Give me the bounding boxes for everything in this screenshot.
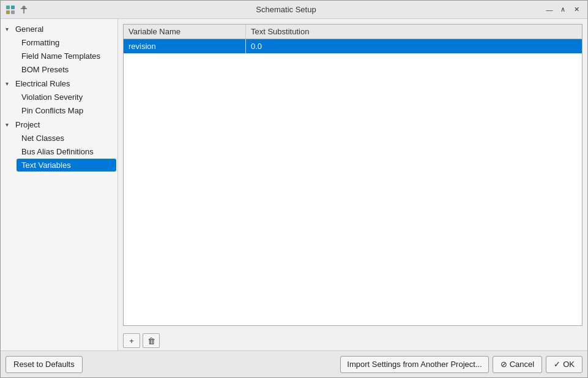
title-bar: Schematic Setup — ∧ ✕ (1, 1, 587, 19)
sidebar-item-net-classes[interactable]: Net Classes (17, 132, 116, 145)
main-panel: Variable Name Text Substitution revision… (118, 19, 587, 350)
add-icon: + (129, 336, 134, 346)
sidebar-item-violation-severity[interactable]: Violation Severity (17, 91, 116, 104)
ok-icon: ✓ (554, 360, 560, 369)
ok-button[interactable]: ✓ OK (546, 356, 582, 373)
delete-row-button[interactable]: 🗑 (143, 333, 160, 348)
sidebar-group-label-project: Project (15, 120, 40, 129)
sidebar-item-project[interactable]: ▾ Project (1, 118, 117, 131)
window-title: Schematic Setup (29, 5, 543, 14)
maximize-button[interactable]: ∧ (557, 4, 569, 16)
table-area: Variable Name Text Substitution revision… (118, 19, 587, 331)
tree-group-project: ▾ Project Net Classes Bus Alias Definiti… (1, 118, 117, 172)
general-children: Formatting Field Name Templates BOM Pres… (1, 36, 117, 76)
sidebar-item-field-name-templates[interactable]: Field Name Templates (17, 50, 116, 62)
cancel-label: Cancel (510, 360, 534, 369)
svg-rect-3 (11, 10, 15, 14)
add-row-button[interactable]: + (123, 333, 140, 348)
cell-variable-name: revision (124, 39, 246, 53)
import-settings-button[interactable]: Import Settings from Another Project... (340, 356, 488, 373)
column-header-text-substitution: Text Substitution (246, 25, 582, 39)
table-container: Variable Name Text Substitution revision… (123, 24, 582, 326)
tree-group-electrical-rules: ▾ Electrical Rules Violation Severity Pi… (1, 77, 117, 117)
sidebar-item-general[interactable]: ▾ General (1, 23, 117, 36)
sidebar-item-bom-presets[interactable]: BOM Presets (17, 63, 116, 76)
sidebar-item-electrical-rules[interactable]: ▾ Electrical Rules (1, 77, 117, 90)
table-header: Variable Name Text Substitution (124, 25, 582, 39)
table-toolbar: + 🗑 (118, 331, 587, 350)
trash-icon: 🗑 (147, 336, 155, 346)
content-area: ▾ General Formatting Field Name Template… (1, 19, 587, 350)
svg-rect-0 (6, 6, 10, 9)
table-body: revision 0.0 (124, 39, 582, 325)
tree-group-general: ▾ General Formatting Field Name Template… (1, 23, 117, 76)
reset-defaults-button[interactable]: Reset to Defaults (6, 356, 83, 373)
chevron-project-icon: ▾ (6, 121, 13, 128)
bottom-right: Import Settings from Another Project... … (340, 356, 582, 373)
sidebar-group-label-general: General (15, 25, 43, 34)
chevron-general-icon: ▾ (6, 26, 13, 32)
bottom-bar: Reset to Defaults Import Settings from A… (1, 350, 587, 377)
electrical-rules-children: Violation Severity Pin Conflicts Map (1, 91, 117, 117)
window-controls: — ∧ ✕ (543, 4, 582, 16)
svg-rect-1 (11, 6, 15, 9)
ok-label: OK (563, 360, 575, 369)
chevron-electrical-icon: ▾ (6, 80, 13, 87)
app-icon (6, 5, 15, 15)
cancel-button[interactable]: ⊘ Cancel (493, 356, 542, 373)
sidebar-item-text-variables[interactable]: Text Variables (17, 159, 116, 172)
project-children: Net Classes Bus Alias Definitions Text V… (1, 132, 117, 172)
sidebar-item-bus-alias-definitions[interactable]: Bus Alias Definitions (17, 145, 116, 158)
column-header-variable-name: Variable Name (124, 25, 246, 39)
table-row[interactable]: revision 0.0 (124, 39, 582, 54)
main-window: Schematic Setup — ∧ ✕ ▾ General Formatti… (0, 0, 588, 378)
sidebar-item-pin-conflicts-map[interactable]: Pin Conflicts Map (17, 104, 116, 117)
cancel-icon: ⊘ (501, 360, 507, 369)
sidebar: ▾ General Formatting Field Name Template… (1, 19, 118, 350)
svg-rect-2 (6, 10, 10, 14)
title-bar-left (6, 5, 29, 15)
minimize-button[interactable]: — (543, 4, 556, 16)
sidebar-item-formatting[interactable]: Formatting (17, 36, 116, 49)
pin-icon (19, 5, 29, 15)
sidebar-group-label-electrical-rules: Electrical Rules (15, 79, 70, 88)
close-button[interactable]: ✕ (570, 4, 582, 16)
cell-text-substitution: 0.0 (246, 39, 582, 53)
bottom-left: Reset to Defaults (6, 356, 83, 373)
